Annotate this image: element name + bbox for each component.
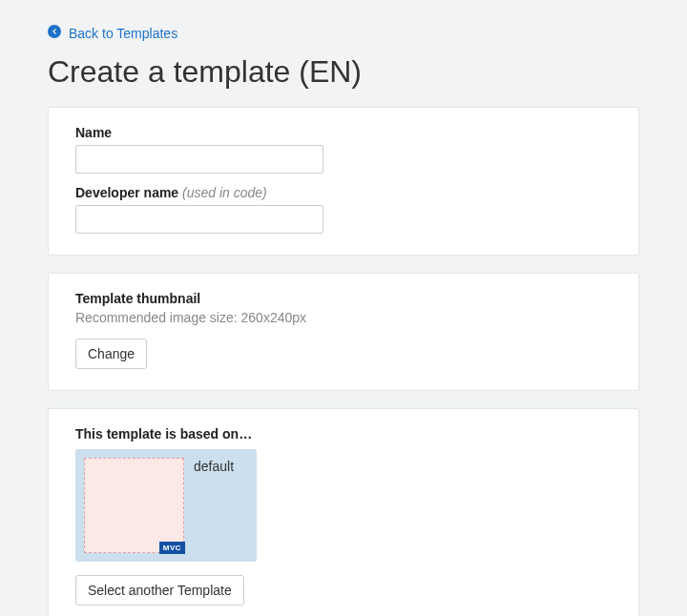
mvc-badge: MVC	[159, 542, 185, 554]
based-on-template-card: MVC default	[75, 449, 257, 562]
name-label: Name	[75, 125, 612, 140]
panel-based-on: This template is based on… MVC default S…	[48, 408, 639, 616]
back-link-label: Back to Templates	[69, 26, 177, 41]
arrow-left-circle-icon	[48, 25, 61, 41]
template-thumbnail-placeholder: MVC	[84, 458, 184, 553]
thumbnail-heading: Template thumbnail	[75, 291, 612, 306]
back-to-templates-link-top[interactable]: Back to Templates	[48, 25, 177, 41]
name-input[interactable]	[75, 145, 323, 174]
based-on-heading: This template is based on…	[75, 426, 612, 441]
developer-name-label: Developer name (used in code)	[75, 185, 612, 200]
panel-basic-fields: Name Developer name (used in code)	[48, 107, 639, 256]
based-on-template-name: default	[184, 458, 234, 477]
panel-thumbnail: Template thumbnail Recommended image siz…	[48, 273, 639, 391]
developer-name-input[interactable]	[75, 205, 323, 234]
thumbnail-recommendation: Recommended image size: 260x240px	[75, 310, 612, 325]
page-title: Create a template (EN)	[48, 54, 639, 90]
select-another-template-button[interactable]: Select another Template	[75, 575, 244, 606]
change-thumbnail-button[interactable]: Change	[75, 339, 147, 369]
